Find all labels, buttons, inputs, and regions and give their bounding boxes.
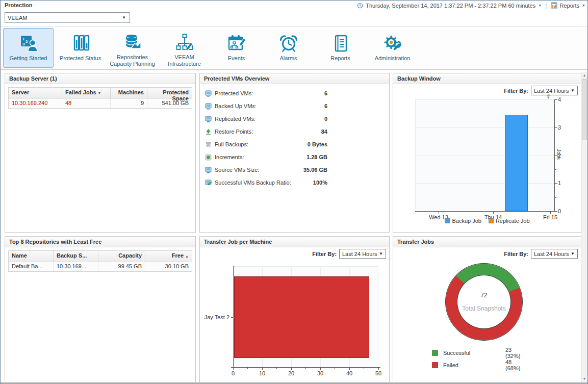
protected-status-icon <box>70 32 91 55</box>
col-server[interactable]: Server <box>9 88 62 98</box>
vm-icon <box>205 116 212 122</box>
transfer-machine-filter-dropdown[interactable]: Last 24 Hours ▼ <box>339 249 386 259</box>
y-axis-title: Jobs <box>556 149 561 160</box>
divider: | <box>544 2 548 9</box>
y-axis <box>233 266 234 368</box>
cell-machines: 9 <box>111 99 147 108</box>
reports-mini-icon <box>551 2 557 9</box>
section-title: Protection <box>5 2 32 8</box>
scroll-up-icon[interactable]: ▲ <box>581 73 587 77</box>
total-snapshots-value: 72 <box>480 292 487 299</box>
snapshots-donut-chart[interactable]: 72 Total Snapshots <box>446 264 522 340</box>
x-tick-label: 40 <box>342 370 357 376</box>
stat-protected-vms: Protected VMs:6 <box>205 89 389 97</box>
x-tick-label: 0 <box>225 370 241 376</box>
x-tick-label: 50 <box>371 370 386 376</box>
infrastructure-icon <box>174 32 195 54</box>
legend-backup-job: Backup Job <box>445 218 481 224</box>
legend-swatch <box>432 350 438 356</box>
failed-transfer-bar[interactable] <box>234 276 369 358</box>
stat-backed-up-vms: Backed Up VMs:6 <box>205 102 389 110</box>
y-tick-label: 3 <box>558 124 568 131</box>
tab-administration[interactable]: Administration <box>367 28 418 68</box>
reports-icon <box>330 32 351 55</box>
chart-menu-icon[interactable]: ≡▾ <box>547 94 550 99</box>
time-range-label[interactable]: Thursday, September 14, 2017 1:37:22 PM … <box>366 3 535 9</box>
backup-window-filter-dropdown[interactable]: Last 24 Hours ▼ <box>531 86 578 95</box>
filter-by-label: Filter By: <box>504 251 528 257</box>
repositories-capacity-icon <box>122 32 143 54</box>
vertical-scrollbar[interactable]: ▲ ▼ <box>581 72 587 382</box>
tab-label: Events <box>228 55 245 62</box>
y-tick-label: 0 <box>558 208 568 214</box>
legend-successful: Successful 23 (32%) <box>432 350 470 356</box>
panel-top-repositories: Top 8 Repositories with Least Free Name … <box>5 236 196 383</box>
legend-swatch <box>489 218 494 223</box>
full-backup-icon <box>205 141 212 148</box>
scrollbar-thumb[interactable] <box>582 79 587 140</box>
tab-repositories-capacity-planning[interactable]: Repositories Capacity Planning <box>107 28 158 68</box>
scope-dropdown[interactable]: VEEAM ▼ <box>5 12 130 23</box>
svg-text:3: 3 <box>22 42 25 46</box>
y-tick-label: 1 <box>558 180 568 186</box>
tab-veeam-infrastructure[interactable]: VEEAM Infrastructure <box>159 28 210 68</box>
donut-center: 72 Total Snapshots <box>457 275 510 328</box>
total-snapshots-label: Total Snapshots <box>462 305 505 312</box>
clock-icon <box>357 3 363 9</box>
cell-failed-jobs: 48 <box>62 99 111 108</box>
panel-protected-vms-overview: Protected VMs Overview Protected VMs:6 B… <box>199 73 390 233</box>
tab-alarms[interactable]: Alarms <box>263 28 314 68</box>
stat-source-vms-size: Source VMs Size:35.06 GB <box>205 166 389 174</box>
cell-name: Default Ba... <box>9 262 54 271</box>
table-row[interactable]: 10.30.169.240 48 9 541.00 GB <box>9 98 192 108</box>
tab-protected-status[interactable]: Protected Status <box>55 28 106 68</box>
reports-menu-button[interactable]: Reports <box>560 3 580 9</box>
panel-title: Transfer Job per Machine <box>200 237 389 247</box>
administration-icon <box>382 32 403 55</box>
chevron-down-icon[interactable]: ▼ <box>582 4 585 7</box>
panel-backup-window: Backup Window Filter By: Last 24 Hours ▼… <box>393 73 582 233</box>
col-machines[interactable]: Machines <box>111 88 147 98</box>
tab-reports[interactable]: Reports <box>315 28 366 68</box>
tab-label: Reports <box>330 55 350 62</box>
category-label: Jay Test 2 <box>200 314 229 320</box>
tab-label: VEEAM Infrastructure <box>160 54 209 67</box>
legend-replicate-job: Replicate Job <box>489 218 530 224</box>
col-protected-space[interactable]: Protected Space <box>147 88 192 98</box>
filter-by-label: Filter By: <box>312 251 337 257</box>
x-tick-label: 10 <box>254 370 270 376</box>
chevron-down-icon: ▼ <box>379 251 383 256</box>
cell-server[interactable]: 10.30.169.240 <box>9 99 62 108</box>
table-row[interactable]: Default Ba... 10.30.169.... 99.45 GB 30.… <box>9 262 192 271</box>
alarms-icon <box>278 32 299 55</box>
panel-transfer-jobs: Transfer Jobs Filter By: Last 24 Hours ▼… <box>393 236 582 383</box>
chart-legend: Backup Job Replicate Job <box>393 218 581 224</box>
svg-text:2: 2 <box>25 39 28 44</box>
svg-text:1: 1 <box>22 37 25 41</box>
backup-server-table: Server Failed Jobs▼ Machines Protected S… <box>8 87 192 109</box>
transfer-jobs-filter-dropdown[interactable]: Last 24 Hours ▼ <box>531 249 578 259</box>
stat-increments: Increments:1.28 GB <box>205 153 389 161</box>
stat-full-backups: Full Backups:0 Bytes <box>205 140 389 148</box>
scroll-down-icon[interactable]: ▼ <box>581 377 587 380</box>
chevron-down-icon: ▼ <box>571 88 575 93</box>
x-tick-label: 30 <box>313 370 328 376</box>
filter-by-label: Filter By: <box>504 88 528 94</box>
col-name[interactable]: Name <box>9 251 54 262</box>
col-capacity[interactable]: Capacity <box>98 251 145 262</box>
backup-job-bar[interactable] <box>505 115 528 211</box>
events-icon <box>226 32 247 55</box>
col-backup-server[interactable]: Backup S... <box>54 251 98 262</box>
panel-title: Protected VMs Overview <box>200 73 389 84</box>
chevron-down-icon[interactable]: ▼ <box>538 4 542 7</box>
x-axis <box>415 211 557 212</box>
col-free[interactable]: Free▲ <box>145 251 192 262</box>
tab-events[interactable]: Events <box>211 28 262 68</box>
col-failed-jobs[interactable]: Failed Jobs▼ <box>62 88 111 98</box>
legend-swatch <box>445 218 450 223</box>
panel-title: Transfer Jobs <box>393 237 581 247</box>
tab-getting-started[interactable]: 1 2 3 Getting Started <box>3 28 54 68</box>
tab-label: Administration <box>375 55 411 62</box>
panel-title: Backup Window <box>393 73 581 84</box>
vm-icon <box>205 167 212 173</box>
